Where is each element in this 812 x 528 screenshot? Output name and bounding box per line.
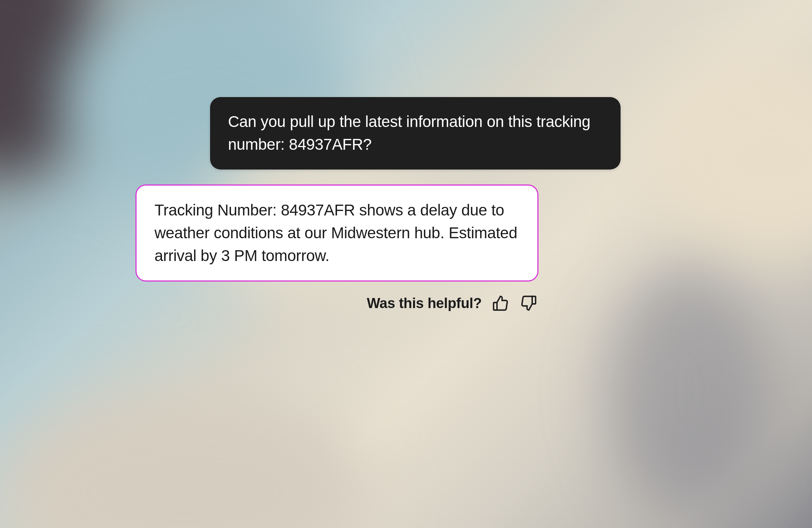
thumbs-down-icon: [521, 295, 537, 311]
assistant-message-text: Tracking Number: 84937AFR shows a delay …: [154, 201, 517, 264]
feedback-row: Was this helpful?: [135, 293, 538, 313]
user-message-bubble: Can you pull up the latest information o…: [210, 97, 621, 170]
thumbs-down-button[interactable]: [519, 293, 538, 313]
user-message-text: Can you pull up the latest information o…: [228, 113, 590, 153]
feedback-prompt: Was this helpful?: [367, 295, 482, 311]
thumbs-up-button[interactable]: [491, 293, 510, 313]
thumbs-up-icon: [492, 295, 509, 311]
chat-container: Can you pull up the latest information o…: [191, 97, 621, 313]
assistant-message-bubble: Tracking Number: 84937AFR shows a delay …: [135, 184, 538, 282]
